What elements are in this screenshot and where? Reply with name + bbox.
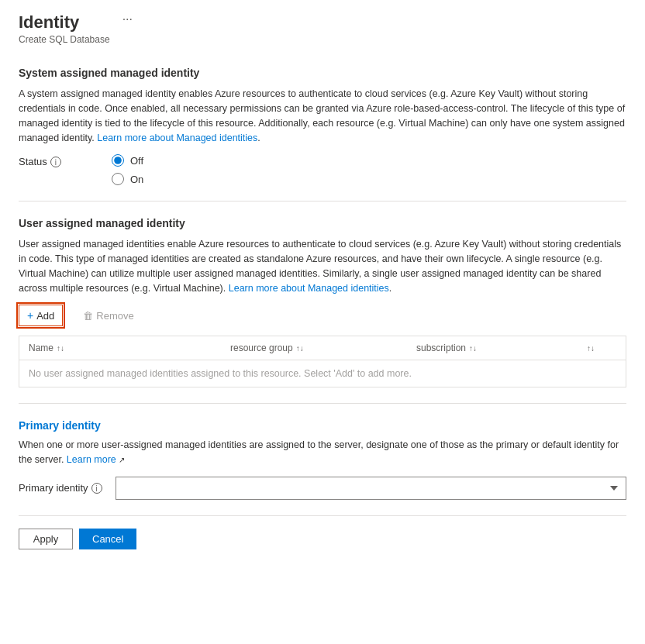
user-assigned-description: User assigned managed identities enable …: [19, 237, 626, 295]
status-info-icon[interactable]: i: [50, 157, 61, 167]
status-on-label: On: [130, 174, 143, 185]
status-label: Status i: [19, 156, 65, 167]
plus-icon: +: [27, 309, 33, 322]
external-link-icon: ↗: [119, 456, 125, 464]
user-assigned-learn-more-link[interactable]: Learn more about Managed identities: [229, 283, 389, 294]
system-assigned-learn-more-link[interactable]: Learn more about Managed identities: [97, 133, 257, 143]
col-sub-sort-icon[interactable]: ↑↓: [469, 344, 477, 353]
primary-identity-dropdown[interactable]: [116, 477, 626, 500]
apply-button[interactable]: Apply: [19, 529, 73, 549]
primary-identity-description: When one or more user-assigned managed i…: [19, 438, 626, 467]
user-assigned-title: User assigned managed identity: [19, 217, 626, 229]
no-data-message: No user assigned managed identities assi…: [19, 360, 626, 387]
col-name[interactable]: Name ↑↓: [19, 336, 221, 360]
col-extra-sort-icon[interactable]: ↑↓: [587, 344, 595, 353]
system-assigned-description: A system assigned managed identity enabl…: [19, 87, 626, 145]
primary-identity-section: Primary identity When one or more user-a…: [19, 419, 626, 500]
page-subtitle: Create SQL Database: [19, 34, 110, 45]
col-extra: ↑↓: [578, 336, 609, 360]
primary-identity-field-label: Primary identity i: [19, 482, 108, 494]
col-rg-sort-icon[interactable]: ↑↓: [296, 344, 304, 353]
status-on-radio[interactable]: On: [112, 173, 143, 185]
primary-identity-label-text: Primary identity: [19, 482, 88, 494]
col-sub-label: subscription: [416, 343, 466, 353]
col-name-sort-icon[interactable]: ↑↓: [57, 344, 64, 353]
col-subscription[interactable]: subscription ↑↓: [407, 336, 578, 360]
more-options-icon[interactable]: ···: [122, 12, 133, 26]
status-off-label: Off: [130, 155, 143, 167]
primary-identity-info-icon[interactable]: i: [91, 483, 102, 494]
table-header: Name ↑↓ resource group ↑↓ subscription ↑…: [19, 336, 626, 360]
col-resource-group[interactable]: resource group ↑↓: [221, 336, 407, 360]
cancel-button[interactable]: Cancel: [79, 529, 136, 549]
identity-table: Name ↑↓ resource group ↑↓ subscription ↑…: [19, 336, 626, 387]
system-assigned-title: System assigned managed identity: [19, 67, 626, 79]
user-assigned-section: User assigned managed identity User assi…: [19, 217, 626, 387]
section-divider-2: [19, 403, 626, 404]
col-name-label: Name: [29, 343, 53, 353]
section-divider-1: [19, 201, 626, 201]
bottom-divider: [19, 515, 626, 516]
remove-label: Remove: [96, 310, 133, 322]
system-assigned-section: System assigned managed identity A syste…: [19, 67, 626, 185]
add-button[interactable]: + Add: [19, 305, 63, 326]
primary-identity-learn-more-link[interactable]: Learn more: [67, 454, 116, 465]
col-rg-label: resource group: [230, 343, 293, 353]
add-label: Add: [36, 310, 54, 322]
primary-identity-row: Primary identity i: [19, 477, 626, 500]
status-off-radio[interactable]: Off: [112, 154, 143, 167]
add-remove-toolbar: + Add 🗑 Remove: [19, 305, 626, 326]
remove-button[interactable]: 🗑 Remove: [75, 306, 141, 325]
trash-icon: 🗑: [83, 310, 93, 322]
status-radio-group: Off On: [112, 154, 143, 185]
page-title: Identity: [19, 12, 110, 33]
primary-identity-title: Primary identity: [19, 419, 626, 432]
footer-actions: Apply Cancel: [19, 529, 626, 549]
